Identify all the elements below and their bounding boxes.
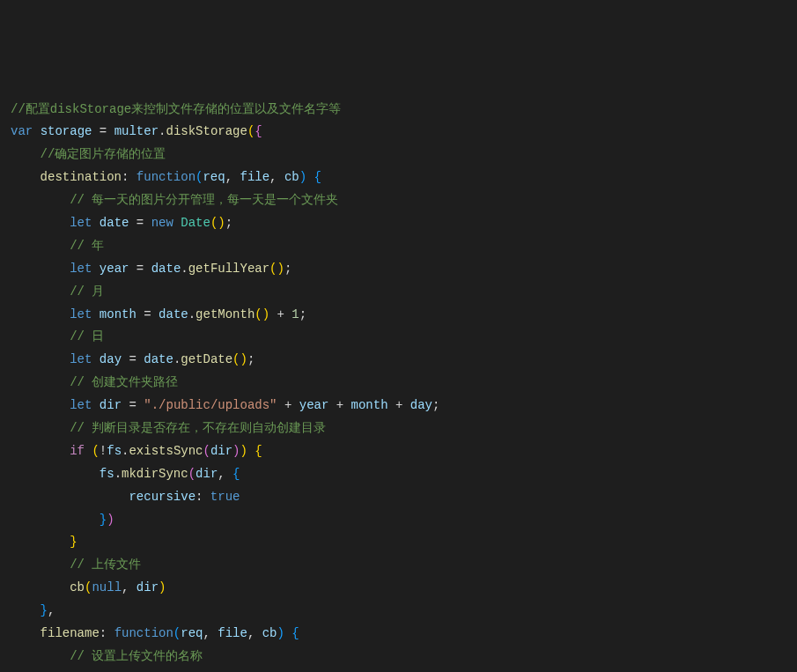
- param-req: req: [203, 170, 225, 184]
- code-line: //配置diskStorage来控制文件存储的位置以及文件名字等: [11, 99, 786, 122]
- comment: // 每一天的图片分开管理，每一天是一个文件夹: [70, 193, 338, 207]
- keyword-let: let: [70, 398, 92, 412]
- code-line: },: [11, 600, 786, 623]
- var-date: date: [100, 216, 129, 230]
- string: "./public/uploads": [144, 398, 277, 412]
- code-line: let date = new Date();: [11, 212, 786, 235]
- param-file: file: [240, 170, 270, 184]
- comment: //配置diskStorage来控制文件存储的位置以及文件名字等: [11, 102, 341, 116]
- class-date: Date: [181, 216, 210, 230]
- param-req: req: [181, 626, 203, 640]
- code-line: let dir = "./public/uploads" + year + mo…: [11, 395, 786, 417]
- var-year: year: [100, 262, 129, 276]
- var-dir: dir: [100, 398, 122, 412]
- comment: //确定图片存储的位置: [41, 147, 166, 161]
- fn-existsSync: existsSync: [129, 444, 203, 458]
- var-storage: storage: [41, 124, 92, 138]
- code-line: filename: function(req, file, cb) {: [11, 623, 786, 646]
- keyword-let: let: [70, 262, 92, 276]
- code-line: // 每一天的图片分开管理，每一天是一个文件夹: [11, 189, 786, 212]
- var-date: date: [151, 262, 181, 276]
- code-line: // 月: [11, 281, 786, 304]
- keyword-function: function: [114, 626, 173, 640]
- comment: // 年: [70, 239, 104, 253]
- fn-diskStorage: diskStorage: [166, 124, 247, 138]
- code-line: }): [11, 509, 786, 532]
- param-file: file: [218, 626, 247, 640]
- fn-cb: cb: [70, 580, 85, 594]
- var-fs: fs: [100, 467, 114, 481]
- code-line: //确定图片存储的位置: [11, 144, 786, 166]
- code-line: cb(null, dir): [11, 577, 786, 600]
- code-line: // 年: [11, 235, 786, 258]
- comment: // 设置上传文件的名称: [70, 649, 203, 663]
- code-line: let fileName = Date.now() + path.extname…: [11, 668, 786, 672]
- prop-destination: destination: [41, 170, 122, 184]
- code-line: // 设置上传文件的名称: [11, 646, 786, 668]
- comment: // 创建文件夹路径: [70, 375, 178, 389]
- code-line: destination: function(req, file, cb) {: [11, 166, 786, 189]
- var-day: day: [410, 398, 432, 412]
- code-line: // 日: [11, 326, 786, 349]
- bool-true: true: [210, 490, 240, 504]
- var-month: month: [100, 307, 137, 321]
- var-dir: dir: [196, 467, 218, 481]
- keyword-var: var: [11, 124, 33, 138]
- number: 1: [291, 307, 299, 321]
- var-dir: dir: [210, 444, 232, 458]
- code-editor[interactable]: //配置diskStorage来控制文件存储的位置以及文件名字等var stor…: [11, 99, 786, 672]
- var-month: month: [351, 398, 388, 412]
- var-year: year: [299, 398, 329, 412]
- keyword-let: let: [70, 216, 92, 230]
- comment: // 判断目录是否存在，不存在则自动创建目录: [70, 421, 326, 435]
- code-line: let month = date.getMonth() + 1;: [11, 304, 786, 327]
- keyword-function: function: [137, 170, 196, 184]
- code-line: var storage = multer.diskStorage({: [11, 121, 786, 144]
- fn-getMonth: getMonth: [196, 307, 255, 321]
- code-line: recursive: true: [11, 486, 786, 509]
- var-day: day: [100, 352, 122, 366]
- comment: // 上传文件: [70, 558, 141, 572]
- var-dir: dir: [137, 580, 159, 594]
- comment: // 日: [70, 329, 104, 343]
- param-cb: cb: [262, 626, 277, 640]
- code-line: }: [11, 531, 786, 554]
- keyword-new: new: [151, 216, 173, 230]
- code-line: // 判断目录是否存在，不存在则自动创建目录: [11, 417, 786, 440]
- prop-recursive: recursive: [129, 490, 196, 504]
- fn-getFullYear: getFullYear: [188, 262, 269, 276]
- code-line: let day = date.getDate();: [11, 349, 786, 372]
- code-line: // 创建文件夹路径: [11, 372, 786, 395]
- var-fs: fs: [107, 444, 122, 458]
- null: null: [92, 580, 122, 594]
- var-date: date: [144, 352, 173, 366]
- prop-filename: filename: [41, 626, 100, 640]
- keyword-let: let: [70, 352, 92, 366]
- comment: // 月: [70, 284, 104, 299]
- var-multer: multer: [114, 124, 159, 138]
- param-cb: cb: [284, 170, 299, 184]
- fn-getDate: getDate: [181, 352, 232, 366]
- code-line: let year = date.getFullYear();: [11, 258, 786, 281]
- code-line: // 上传文件: [11, 554, 786, 577]
- code-line: if (!fs.existsSync(dir)) {: [11, 440, 786, 463]
- var-date: date: [159, 307, 188, 321]
- fn-mkdirSync: mkdirSync: [122, 467, 188, 481]
- keyword-if: if: [70, 444, 85, 458]
- code-line: fs.mkdirSync(dir, {: [11, 463, 786, 486]
- keyword-let: let: [70, 307, 92, 321]
